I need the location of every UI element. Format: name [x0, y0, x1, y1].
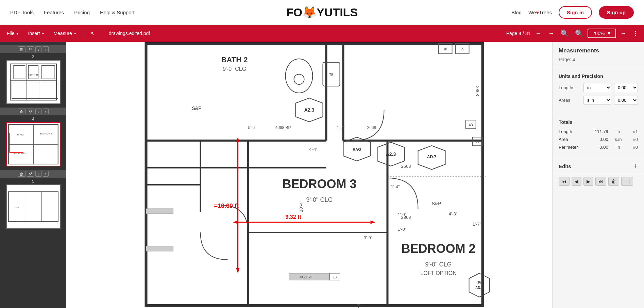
- edits-last-button[interactable]: ⏭: [595, 177, 606, 186]
- cursor-tool-button[interactable]: ↖: [87, 29, 98, 37]
- nav-pdf-tools[interactable]: PDF Tools: [10, 10, 34, 15]
- svg-text:BEDROOM 2: BEDROOM 2: [14, 152, 26, 155]
- svg-text:Plan: Plan: [15, 207, 19, 209]
- totals-section: Totals Length 111.79 in #1 Area 0.00 s.i…: [553, 114, 644, 158]
- svg-text:BATH 2: BATH 2: [221, 55, 248, 64]
- svg-text:2868: 2868: [475, 86, 480, 96]
- insert-menu-button[interactable]: Insert ▼: [24, 29, 48, 37]
- svg-text:BEDROOM 3: BEDROOM 3: [40, 133, 52, 135]
- top-navigation: PDF Tools Features Pricing Help & Suppor…: [0, 0, 644, 25]
- pdf-main-view[interactable]: BATH 2 9'-0" CLG S&P TB A2.3 BEDROOM 3 9…: [66, 42, 552, 308]
- thumb-rotate-5[interactable]: ↺: [27, 171, 34, 177]
- totals-area-unit: s.in: [613, 137, 623, 142]
- edits-next-button[interactable]: ▶: [583, 177, 593, 186]
- svg-text:AD.7: AD.7: [427, 155, 437, 159]
- toolbar-right: 🔍 🔍 200% ▼ ↔ ⋮: [558, 28, 641, 39]
- page-indicator: Page 4 / 31 ← →: [506, 29, 557, 38]
- areas-precision-select[interactable]: 0.00: [614, 96, 638, 105]
- zoom-selector[interactable]: 200% ▼: [588, 29, 616, 38]
- nav-right-links: Blog We♥Trees Sign in Sign up: [511, 6, 634, 19]
- signup-button[interactable]: Sign up: [599, 6, 634, 19]
- svg-text:16: 16: [477, 280, 481, 284]
- nav-pricing[interactable]: Pricing: [74, 10, 90, 15]
- measure-chevron-icon: ▼: [73, 32, 77, 35]
- areas-unit-select[interactable]: s.in: [583, 96, 611, 105]
- edits-controls: ⏮ ◀ ▶ ⏭ 🗑 ⬜: [553, 174, 644, 189]
- toolbar-separator-1: [84, 29, 84, 38]
- heart-icon: ♥: [536, 10, 539, 15]
- svg-text:BEDROOM 2: BEDROOM 2: [401, 242, 475, 256]
- svg-text:9.32 ft: 9.32 ft: [286, 214, 302, 220]
- page-num-badge-3: 3: [0, 54, 66, 59]
- svg-text:LOFT OPTION: LOFT OPTION: [420, 270, 456, 276]
- edits-prev-button[interactable]: ◀: [572, 177, 581, 186]
- insert-label: Insert: [28, 31, 40, 36]
- zoom-in-button[interactable]: 🔍: [573, 28, 586, 39]
- thumbnail-image-4[interactable]: BATH 2 BEDROOM 3 BEDROOM 2: [6, 122, 61, 166]
- edits-header: Edits +: [553, 158, 644, 174]
- totals-length-value: 111.79: [590, 129, 608, 134]
- file-menu-button[interactable]: File ▼: [3, 29, 22, 37]
- right-panel: Measurements Page: 4 Units and Precision…: [552, 42, 644, 308]
- thumb-up-3[interactable]: ↑: [43, 46, 49, 52]
- lengths-precision-select[interactable]: 0.00: [614, 83, 638, 92]
- edits-title: Edits: [559, 163, 571, 169]
- thumb-delete-3[interactable]: 🗑: [18, 46, 26, 52]
- logo-fox-icon: 🦊: [302, 5, 317, 19]
- thumb-down-4[interactable]: ↓: [35, 109, 41, 114]
- zoom-out-button[interactable]: 🔍: [558, 28, 571, 39]
- svg-text:1'-7": 1'-7": [473, 222, 481, 227]
- svg-text:4'-7": 4'-7": [337, 125, 345, 130]
- site-logo[interactable]: F O 🦊 Y UTILS: [286, 5, 358, 19]
- nav-help-support[interactable]: Help & Support: [100, 10, 135, 15]
- svg-text:A2.3: A2.3: [304, 107, 315, 113]
- thumbnail-image-5[interactable]: Plan: [6, 184, 61, 229]
- thumb-svg-3: Floor Plan: [7, 61, 60, 103]
- edits-first-button[interactable]: ⏮: [559, 177, 570, 186]
- totals-perimeter-row: Perimeter 0.00 in #0: [559, 145, 638, 150]
- thumb-up-5[interactable]: ↑: [43, 171, 49, 177]
- svg-text:22: 22: [475, 140, 479, 144]
- lengths-unit-select[interactable]: in: [583, 83, 611, 92]
- thumb-down-3[interactable]: ↓: [35, 46, 41, 52]
- svg-text:4'-4": 4'-4": [309, 147, 318, 152]
- nav-blog[interactable]: Blog: [511, 10, 522, 15]
- totals-perimeter-unit: in: [613, 145, 623, 150]
- signin-button[interactable]: Sign in: [559, 6, 592, 19]
- nav-we-trees[interactable]: We♥Trees: [528, 10, 552, 15]
- logo-f: F: [286, 6, 293, 19]
- thumbnail-page-4: 🗑 ↺ ↓ ↑ 4 BATH 2 BEDROOM 3 BEDROOM 2: [0, 108, 66, 166]
- thumb-rotate-3[interactable]: ↺: [27, 46, 34, 52]
- fit-width-button[interactable]: ↔: [618, 29, 628, 38]
- totals-length-unit: in: [613, 129, 623, 134]
- totals-length-count: #1: [628, 129, 638, 134]
- svg-text:1'-0": 1'-0": [398, 227, 407, 232]
- thumb-down-5[interactable]: ↓: [35, 171, 41, 177]
- edits-copy-button[interactable]: ⬜: [621, 177, 633, 186]
- nav-features[interactable]: Features: [44, 10, 64, 15]
- totals-area-value: 0.00: [590, 137, 608, 142]
- svg-text:2668: 2668: [367, 125, 376, 130]
- thumb-rotate-4[interactable]: ↺: [27, 109, 34, 114]
- prev-page-button[interactable]: ←: [533, 29, 543, 38]
- areas-label: Areas: [559, 98, 581, 103]
- thumbnail-image-3[interactable]: Floor Plan: [6, 60, 61, 104]
- edits-delete-button[interactable]: 🗑: [608, 177, 619, 186]
- edits-add-button[interactable]: +: [633, 162, 638, 170]
- more-options-button[interactable]: ⋮: [630, 28, 641, 38]
- svg-text:RAG: RAG: [353, 147, 361, 151]
- measure-menu-button[interactable]: Measure ▼: [50, 29, 80, 37]
- svg-text:3050 SH: 3050 SH: [299, 275, 312, 279]
- thumb-up-4[interactable]: ↑: [43, 109, 49, 114]
- totals-area-row: Area 0.00 s.in #0: [559, 137, 638, 142]
- totals-area-count: #0: [628, 137, 638, 142]
- page-num-badge-5: 5: [0, 179, 66, 184]
- thumb-delete-4[interactable]: 🗑: [18, 109, 26, 114]
- measurements-title: Measurements: [559, 47, 638, 54]
- svg-text:13: 13: [333, 275, 337, 279]
- next-page-button[interactable]: →: [546, 29, 556, 38]
- svg-text:=10.00 ft: =10.00 ft: [214, 202, 239, 209]
- cursor-icon: ↖: [91, 31, 95, 36]
- svg-text:AD.5: AD.5: [475, 286, 483, 290]
- thumb-delete-5[interactable]: 🗑: [18, 171, 26, 177]
